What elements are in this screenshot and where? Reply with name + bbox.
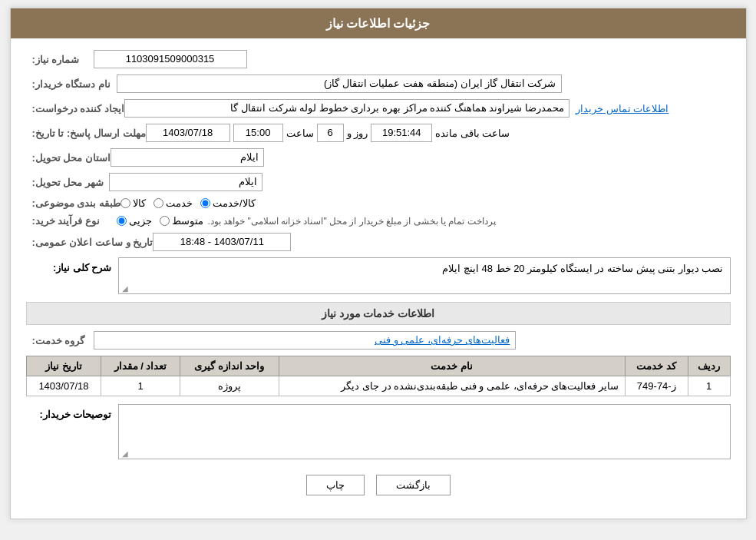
buyer-comments-inner: [119, 405, 730, 459]
response-time-value: 15:00: [233, 124, 283, 142]
back-button[interactable]: بازگشت: [376, 475, 451, 495]
services-table: ردیف کد خدمت نام خدمت واحد اندازه گیری ت…: [26, 356, 731, 396]
print-button[interactable]: چاپ: [306, 475, 365, 495]
buyer-comments-box-wrapper: ◢: [118, 404, 731, 463]
cell-quantity: 1: [101, 376, 180, 396]
col-need-date: تاریخ نیاز: [26, 356, 101, 376]
category-row: کالا/خدمت خدمت کالا طبقه بندی موضوعی:: [26, 197, 731, 209]
city-label: شهر محل تحویل:: [32, 177, 109, 188]
col-quantity: تعداد / مقدار: [101, 356, 180, 376]
purchase-type-option-jozi: جزیی: [117, 215, 152, 227]
cell-service-name: سایر فعالیت‌های حرفه‌ای، علمی و فنی طبقه…: [279, 376, 625, 396]
services-section-title: اطلاعات خدمات مورد نیاز: [26, 302, 731, 325]
services-table-head: ردیف کد خدمت نام خدمت واحد اندازه گیری ت…: [26, 356, 730, 376]
purchase-type-label: نوع فرآیند خرید:: [32, 215, 117, 227]
requester-label: نام دستگاه خریدار:: [32, 78, 117, 90]
creator-row: اطلاعات تماس خریدار محمدرضا شیراوند هماه…: [26, 99, 731, 118]
page-header: جزئیات اطلاعات نیاز: [11, 8, 746, 38]
category-radio-kala[interactable]: [120, 198, 130, 208]
need-desc-label: شرح کلی نیاز:: [26, 257, 118, 273]
purchase-type-row: پرداخت تمام یا بخشی از مبلغ خریدار از مح…: [26, 215, 731, 227]
col-service-name: نام خدمت: [279, 356, 625, 376]
requester-value: شرکت انتقال گاز ایران (منطقه هفت عملیات …: [117, 75, 562, 93]
cell-service-code: ز-74-749: [625, 376, 688, 396]
buyer-comments-box: ◢: [118, 404, 731, 459]
purchase-type-option-motavaset: متوسط: [160, 215, 203, 227]
col-service-code: کد خدمت: [625, 356, 688, 376]
page-container: جزئیات اطلاعات نیاز 1103091509000315 شما…: [10, 8, 747, 519]
button-row: بازگشت چاپ: [26, 475, 731, 495]
creator-value: محمدرضا شیراوند هماهنگ کننده مراکز بهره …: [124, 99, 569, 118]
need-number-label: شماره نیاز:: [32, 54, 94, 65]
response-days-label: روز و: [347, 128, 368, 139]
need-desc-value: نصب دیوار بتنی پیش ساخته در ایستگاه کیلو…: [442, 263, 723, 274]
service-group-row: فعالیت‌های حرفه‌ای، علمی و فنی گروه خدمت…: [26, 331, 731, 350]
city-value: ایلام: [109, 173, 262, 191]
purchase-type-radio-jozi[interactable]: [117, 216, 127, 226]
cell-need-date: 1403/07/18: [26, 376, 101, 396]
category-label-kala-khadmat: کالا/خدمت: [213, 197, 256, 209]
table-row: 1 ز-74-749 سایر فعالیت‌های حرفه‌ای، علمی…: [26, 376, 730, 396]
category-option-kala: کالا: [120, 197, 146, 209]
purchase-type-content: پرداخت تمام یا بخشی از مبلغ خریدار از مح…: [117, 215, 731, 227]
remaining-group: ساعت باقی مانده 19:51:44 روز و 6 ساعت 15…: [146, 124, 510, 142]
requester-row: شرکت انتقال گاز ایران (منطقه هفت عملیات …: [26, 75, 731, 93]
category-option-khadmat: خدمت: [154, 197, 193, 209]
category-label: طبقه بندی موضوعی:: [32, 197, 121, 209]
category-label-khadmat: خدمت: [166, 197, 193, 209]
purchase-type-radio-group: متوسط جزیی: [117, 215, 203, 227]
creator-label: ایجاد کننده درخواست:: [32, 103, 125, 114]
announce-value: 1403/07/11 - 18:48: [153, 233, 291, 251]
province-label: استان محل تحویل:: [32, 152, 111, 164]
remaining-time-value: 19:51:44: [371, 124, 432, 142]
service-group-label: گروه خدمت:: [32, 335, 94, 346]
need-number-row: 1103091509000315 شماره نیاز:: [26, 50, 731, 68]
province-value: ایلام: [111, 148, 264, 167]
content-area: 1103091509000315 شماره نیاز: شرکت انتقال…: [11, 38, 746, 518]
response-days-value: 6: [317, 124, 344, 142]
need-desc-box: نصب دیوار بتنی پیش ساخته در ایستگاه کیلو…: [118, 257, 731, 294]
buyer-comments-section: ◢ توصیحات خریدار:: [26, 404, 731, 463]
services-table-body: 1 ز-74-749 سایر فعالیت‌های حرفه‌ای، علمی…: [26, 376, 730, 396]
page-title: جزئیات اطلاعات نیاز: [326, 17, 431, 30]
purchase-type-label-motavaset: متوسط: [172, 215, 203, 227]
category-option-kala-khadmat: کالا/خدمت: [200, 197, 256, 209]
announce-label: تاریخ و ساعت اعلان عمومی:: [32, 237, 154, 248]
creator-contact-link[interactable]: اطلاعات تماس خریدار: [576, 103, 669, 114]
response-time-label: ساعت: [286, 128, 314, 139]
category-radio-group: کالا/خدمت خدمت کالا: [120, 197, 256, 209]
category-radio-khadmat[interactable]: [154, 198, 163, 208]
response-date-label: مهلت ارسال پاسخ: تا تاریخ:: [32, 128, 146, 139]
service-group-value: فعالیت‌های حرفه‌ای، علمی و فنی: [94, 331, 516, 350]
cell-unit: پروژه: [180, 376, 279, 396]
purchase-type-radio-motavaset[interactable]: [160, 216, 170, 226]
purchase-type-note: پرداخت تمام یا بخشی از مبلغ خریدار از مح…: [208, 216, 496, 227]
col-unit: واحد اندازه گیری: [180, 356, 279, 376]
city-row: ایلام شهر محل تحویل:: [26, 173, 731, 191]
province-row: ایلام استان محل تحویل:: [26, 148, 731, 167]
need-desc-section: نصب دیوار بتنی پیش ساخته در ایستگاه کیلو…: [26, 257, 731, 294]
services-table-header-row: ردیف کد خدمت نام خدمت واحد اندازه گیری ت…: [26, 356, 730, 376]
resize-handle: ◢: [119, 284, 128, 293]
cell-row-num: 1: [688, 376, 730, 396]
col-row-num: ردیف: [688, 356, 730, 376]
response-date-value: 1403/07/18: [146, 124, 230, 142]
response-date-row: ساعت باقی مانده 19:51:44 روز و 6 ساعت 15…: [26, 124, 731, 142]
buyer-comments-label: توصیحات خریدار:: [26, 404, 118, 420]
need-number-value: 1103091509000315: [94, 50, 247, 68]
category-radio-kala-khadmat[interactable]: [200, 198, 210, 208]
comments-resize-handle: ◢: [119, 449, 128, 459]
purchase-type-label-jozi: جزیی: [129, 215, 152, 227]
remaining-time-label: ساعت باقی مانده: [435, 128, 510, 139]
category-label-kala: کالا: [133, 197, 146, 209]
announce-row: 1403/07/11 - 18:48 تاریخ و ساعت اعلان عم…: [26, 233, 731, 251]
